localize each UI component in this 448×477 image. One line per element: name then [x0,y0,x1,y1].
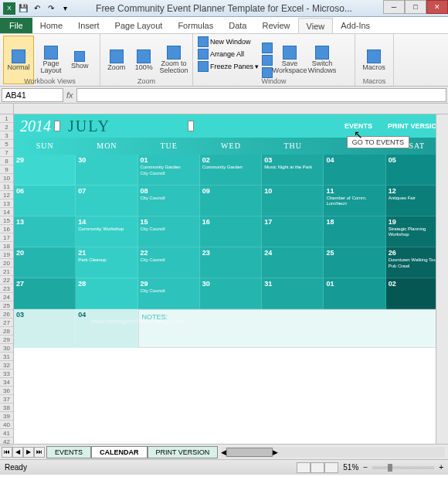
row-header[interactable]: 38 [0,404,13,412]
calendar-cell[interactable]: 09 [200,186,262,216]
close-button[interactable]: ✕ [426,0,448,14]
row-header[interactable]: 18 [0,242,13,250]
calendar-cell[interactable]: 31 [262,278,324,309]
tab-home[interactable]: Home [32,18,70,33]
calendar-cell[interactable]: 24 [262,247,324,278]
row-header[interactable]: 28 [0,327,13,336]
normal-view-icon[interactable] [297,462,311,473]
row-header[interactable]: 8 [0,157,13,165]
row-header[interactable]: 13 [0,199,13,208]
calendar-cell[interactable]: 03Music Night at the Park [262,155,324,186]
calendar-cell[interactable]: 22City Council [138,247,200,278]
tab-insert[interactable]: Insert [70,18,107,33]
row-header[interactable]: 5 [0,140,13,148]
calendar-cell[interactable]: 30 [76,155,137,186]
calendar-cell[interactable]: 18 [324,216,385,247]
year-spinner[interactable] [54,121,60,131]
calendar-cell[interactable]: 20 [14,247,76,278]
undo-icon[interactable]: ↶ [31,2,43,15]
name-box[interactable]: AB41 [2,88,63,102]
tab-nav-prev[interactable]: ◀ [12,447,23,458]
calendar-cell[interactable]: 16 [200,216,262,247]
row-header[interactable]: 12 [0,191,13,199]
calendar-cell[interactable]: 27 [14,278,76,309]
row-header[interactable]: 20 [0,259,13,267]
save-icon[interactable]: 💾 [17,2,29,15]
calendar-cell[interactable]: 07 [76,186,137,216]
horizontal-scrollbar[interactable]: ◀▶ [221,447,445,458]
page-layout-icon[interactable] [311,462,324,473]
calendar-cell[interactable]: 08City Council [138,186,200,216]
page-break-icon[interactable] [324,462,338,473]
sheet-tab-print[interactable]: PRINT VERSION [148,446,219,458]
zoom-slider[interactable] [372,466,434,469]
calendar-cell[interactable]: 06 [14,186,76,216]
calendar-cell[interactable]: 21Park Cleanup [76,247,137,278]
file-tab[interactable]: File [0,18,32,33]
calendar-cell[interactable]: 15City Council [138,216,200,247]
calendar-cell[interactable]: 13 [14,216,76,247]
calendar-cell[interactable]: 29City Council [138,278,200,309]
row-header[interactable]: 2 [0,123,13,131]
tab-view[interactable]: View [298,18,334,33]
sheet-tab-events[interactable]: EVENTS [46,446,91,458]
redo-icon[interactable]: ↷ [45,2,57,15]
row-header[interactable]: 19 [0,250,13,259]
tab-nav-first[interactable]: ⏮ [2,447,12,458]
calendar-cell[interactable]: 30 [200,278,262,309]
calendar-cell[interactable]: 04 [324,155,385,186]
row-header[interactable]: 29 [0,336,13,344]
calendar-cell[interactable]: 01 [324,278,385,309]
row-header[interactable]: 27 [0,319,13,327]
row-header[interactable]: 3 [0,131,13,140]
hide-icon[interactable] [262,55,273,66]
row-header[interactable]: 9 [0,165,13,174]
row-header[interactable]: 10 [0,174,13,182]
split-icon[interactable] [262,43,273,53]
row-header[interactable]: 37 [0,395,13,404]
zoom-out-button[interactable]: − [363,463,368,472]
calendar-cell[interactable]: 10 [262,186,324,216]
row-header[interactable]: 41 [0,429,13,438]
arrange-all-button[interactable]: Arrange All [196,48,260,60]
unhide-icon[interactable] [262,67,273,78]
row-header[interactable]: 36 [0,387,13,395]
formula-bar[interactable] [76,88,446,102]
calendar-cell[interactable]: 29 [14,155,76,186]
calendar-cell[interactable]: 04 [76,309,137,348]
row-header[interactable]: 30 [0,344,13,353]
row-header[interactable]: 33 [0,370,13,378]
calendar-cell[interactable]: 28 [76,278,137,309]
row-header[interactable]: 25 [0,302,13,310]
freeze-panes-button[interactable]: Freeze Panes ▾ [196,60,260,73]
sheet-tab-calendar[interactable]: CALENDAR [91,446,148,458]
row-header[interactable]: 11 [0,182,13,191]
row-header[interactable]: 40 [0,421,13,429]
tab-formulas[interactable]: Formulas [170,18,221,33]
row-header[interactable]: 17 [0,233,13,242]
vertical-scrollbar[interactable] [436,114,448,444]
row-header[interactable]: 21 [0,267,13,276]
zoom-in-button[interactable]: + [439,463,443,472]
month-spinner[interactable] [188,121,194,131]
row-header[interactable]: 1 [0,114,13,123]
tab-data[interactable]: Data [221,18,254,33]
calendar-cell[interactable]: 11Chamber of Comm. Luncheon [324,186,385,216]
row-header[interactable]: 7 [0,148,13,157]
row-header[interactable]: 23 [0,284,13,293]
print-version-link[interactable]: PRINT VERSION [388,122,442,130]
row-header[interactable]: 34 [0,378,13,387]
fx-icon[interactable]: fx [66,90,73,100]
tab-page-layout[interactable]: Page Layout [107,18,171,33]
new-window-button[interactable]: New Window [196,36,260,48]
calendar-cell[interactable]: 23 [200,247,262,278]
qat-dropdown-icon[interactable]: ▾ [59,2,71,15]
calendar-cell[interactable]: 02Community Garden [200,155,262,186]
tab-addins[interactable]: Add-Ins [333,18,378,33]
calendar-cell[interactable]: 03 [14,309,76,348]
maximize-button[interactable]: □ [405,0,426,14]
row-header[interactable]: 42 [0,438,13,446]
row-header[interactable]: 15 [0,216,13,225]
zoom-level[interactable]: 51% [343,463,358,472]
calendar-cell[interactable]: 01Community GardenCity Council [138,155,200,186]
